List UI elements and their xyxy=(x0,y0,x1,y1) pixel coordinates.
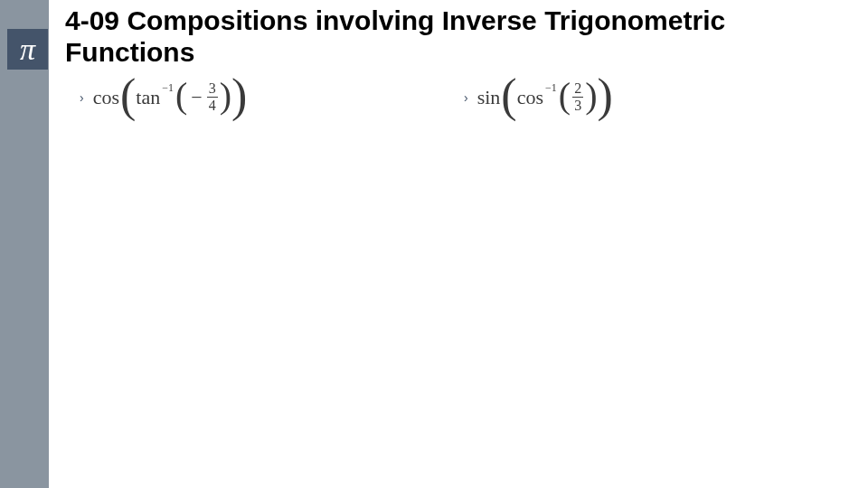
inner-fn: tan xyxy=(136,86,160,109)
column-right: › sin ( cos−1 ( 2 3 ) ) xyxy=(464,81,848,113)
inverse-exponent: −1 xyxy=(162,81,174,95)
fraction: 3 4 xyxy=(207,81,218,113)
expression-2: › sin ( cos−1 ( 2 3 ) ) xyxy=(464,81,848,113)
denominator: 4 xyxy=(207,97,218,113)
inverse-exponent: −1 xyxy=(545,81,557,95)
numerator: 2 xyxy=(572,81,583,97)
pi-icon: π xyxy=(7,29,48,70)
fraction: 2 3 xyxy=(572,81,583,113)
bullet-icon: › xyxy=(464,90,468,105)
content-area: › cos ( tan−1 ( − 3 4 ) ) › xyxy=(80,81,848,113)
page-title: 4-09 Compositions involving Inverse Trig… xyxy=(65,5,843,68)
column-left: › cos ( tan−1 ( − 3 4 ) ) xyxy=(80,81,464,113)
negative-sign: − xyxy=(191,86,202,109)
numerator: 3 xyxy=(207,81,218,97)
denominator: 3 xyxy=(572,97,583,113)
slide: π 4-09 Compositions involving Inverse Tr… xyxy=(0,0,868,488)
expression-1: › cos ( tan−1 ( − 3 4 ) ) xyxy=(80,81,464,113)
bullet-icon: › xyxy=(80,90,84,105)
outer-fn: sin xyxy=(477,86,501,109)
inner-fn: cos xyxy=(517,86,543,109)
math-expression: cos ( tan−1 ( − 3 4 ) ) xyxy=(93,81,248,113)
pi-glyph: π xyxy=(20,33,35,67)
sidebar xyxy=(0,0,49,488)
outer-fn: cos xyxy=(93,86,119,109)
math-expression: sin ( cos−1 ( 2 3 ) ) xyxy=(477,81,613,113)
